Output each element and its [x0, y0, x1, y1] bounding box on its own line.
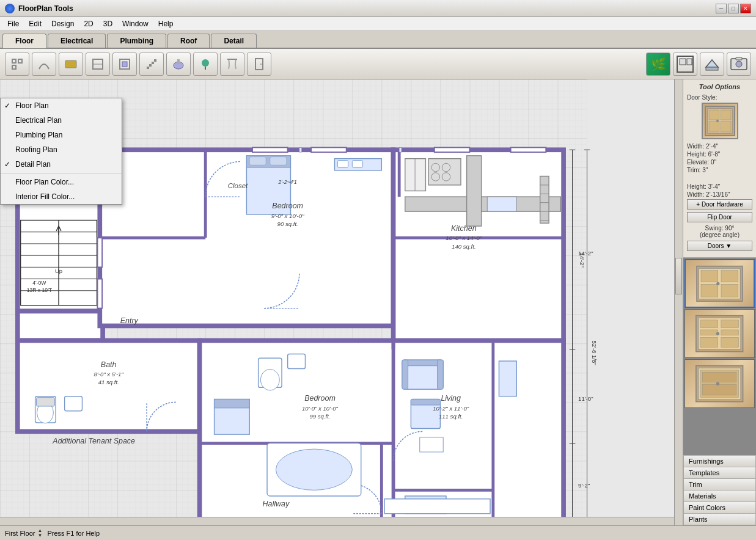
tool-options: Tool Options Door Style: Width: 2'-4" He…	[683, 79, 756, 258]
doors-dropdown[interactable]: Doors ▼	[687, 241, 752, 251]
toolbar-btn-4[interactable]	[86, 53, 110, 76]
svg-rect-101	[411, 399, 440, 405]
dropdown-interior-color[interactable]: Interior Fill Color...	[1, 189, 122, 204]
dropdown-plumbing-plan[interactable]: Plumbing Plan	[1, 128, 122, 142]
toolbar-btn-2[interactable]	[32, 53, 56, 76]
svg-rect-95	[215, 399, 250, 407]
svg-rect-14	[255, 59, 263, 70]
menu-window[interactable]: Window	[117, 18, 153, 29]
category-paint-colors[interactable]: Paint Colors	[683, 502, 756, 513]
menu-help[interactable]: Help	[153, 18, 178, 29]
floor-selector: First Floor ▲ ▼	[5, 528, 42, 538]
tab-plumbing[interactable]: Plumbing	[107, 34, 166, 48]
category-furnishings[interactable]: Furnishings	[683, 455, 756, 467]
horizontal-scrollbar[interactable]	[0, 517, 674, 525]
svg-rect-110	[97, 238, 102, 267]
floor-arrows[interactable]: ▲ ▼	[38, 528, 43, 538]
dropdown-roofing-plan[interactable]: Roofing Plan	[1, 142, 122, 157]
toolbar-btn-curtain[interactable]	[220, 53, 244, 76]
svg-point-15	[260, 64, 262, 65]
dropdown-detail-plan[interactable]: Detail Plan	[1, 157, 122, 172]
door-image-1[interactable]	[684, 259, 755, 308]
svg-rect-64	[249, 157, 266, 165]
toolbar-btn-bath[interactable]	[166, 53, 191, 76]
floor-down-arrow[interactable]: ▼	[38, 533, 43, 538]
canvas-area[interactable]: 2'-2~4'1 Closet Bedroom 9'-0" x 10'-0" 9…	[0, 79, 683, 525]
svg-point-92	[260, 370, 279, 391]
toolbar-btn-3d[interactable]: 🌿	[646, 53, 670, 76]
dropdown-separator	[1, 173, 122, 173]
toolbar-btn-1[interactable]	[5, 53, 29, 76]
door-image-2[interactable]	[684, 309, 755, 358]
svg-text:Kitchen: Kitchen	[451, 224, 477, 233]
tab-electrical[interactable]: Electrical	[48, 34, 106, 48]
category-materials[interactable]: Materials	[683, 490, 756, 502]
dropdown-electrical-plan[interactable]: Electrical Plan	[1, 113, 122, 128]
svg-text:Bedroom: Bedroom	[304, 394, 336, 403]
door-preview	[702, 103, 738, 139]
svg-rect-102	[420, 437, 443, 452]
toolbar-btn-photo[interactable]	[727, 53, 751, 76]
svg-rect-109	[511, 147, 546, 152]
svg-rect-5	[154, 59, 156, 62]
svg-rect-184	[703, 384, 736, 395]
menu-3d[interactable]: 3D	[98, 18, 117, 29]
toolbar-btn-5[interactable]	[112, 53, 137, 76]
dropdown-floor-color[interactable]: Floor Plan Color...	[1, 175, 122, 189]
category-templates[interactable]: Templates	[683, 467, 756, 478]
svg-rect-173	[700, 320, 718, 327]
svg-point-11	[202, 59, 209, 67]
category-trim[interactable]: Trim	[683, 478, 756, 490]
svg-rect-67	[337, 161, 348, 168]
svg-rect-7	[149, 64, 152, 67]
toolbar-btn-3dview[interactable]	[700, 53, 724, 76]
svg-rect-88	[65, 396, 83, 411]
svg-rect-6	[152, 62, 154, 64]
toolbar-btn-floorplan[interactable]	[673, 53, 697, 76]
svg-rect-65	[270, 157, 287, 165]
scrollbar-thumb-v[interactable]	[675, 258, 682, 294]
toolbar-btn-plant[interactable]	[193, 53, 218, 76]
toolbar-btn-door[interactable]	[247, 53, 271, 76]
maximize-button[interactable]: □	[728, 4, 739, 13]
svg-point-170	[716, 282, 719, 285]
svg-text:11'-0": 11'-0"	[578, 395, 593, 402]
menu-design[interactable]: Design	[46, 18, 79, 29]
svg-rect-12	[205, 67, 206, 70]
svg-rect-167	[721, 270, 738, 282]
svg-rect-78	[487, 197, 516, 211]
app-icon	[5, 4, 15, 13]
svg-text:52'-6 1/8": 52'-6 1/8"	[591, 340, 598, 365]
svg-rect-98	[402, 360, 408, 389]
dropdown-floor-plan[interactable]: Floor Plan	[1, 98, 122, 113]
flip-door-button[interactable]: Flip Door	[687, 212, 752, 222]
menu-edit[interactable]: Edit	[24, 18, 46, 29]
svg-text:Hallway: Hallway	[263, 500, 290, 508]
vertical-scrollbar[interactable]	[674, 79, 683, 525]
category-plants[interactable]: Plants	[683, 513, 756, 525]
svg-rect-159	[709, 110, 719, 120]
toolbar-btn-stairs[interactable]	[139, 53, 164, 76]
right-panel: Tool Options Door Style: Width: 2'-4" He…	[683, 79, 756, 525]
svg-rect-19	[706, 67, 718, 70]
minimize-button[interactable]: ─	[716, 4, 727, 13]
tab-floor[interactable]: Floor	[2, 34, 46, 48]
svg-rect-166	[701, 270, 718, 282]
close-button[interactable]: ✕	[740, 4, 751, 13]
door-hardware-button[interactable]: + Door Hardware	[687, 199, 752, 210]
elevate-option: Elevate: 0"	[687, 159, 752, 166]
door-image-3[interactable]	[684, 359, 755, 408]
svg-rect-161	[709, 121, 719, 132]
svg-rect-18	[687, 59, 692, 65]
toolbar-btn-3[interactable]	[59, 53, 83, 76]
svg-text:Bath: Bath	[101, 360, 117, 369]
svg-rect-76	[405, 197, 561, 211]
svg-rect-105	[384, 499, 490, 514]
svg-text:9'-2": 9'-2"	[578, 482, 590, 489]
svg-rect-155	[299, 147, 302, 152]
tab-roof[interactable]: Roof	[167, 34, 210, 48]
tab-detail[interactable]: Detail	[211, 34, 257, 48]
menu-2d[interactable]: 2D	[79, 18, 98, 29]
menu-file[interactable]: File	[2, 18, 24, 29]
svg-rect-168	[701, 284, 718, 297]
